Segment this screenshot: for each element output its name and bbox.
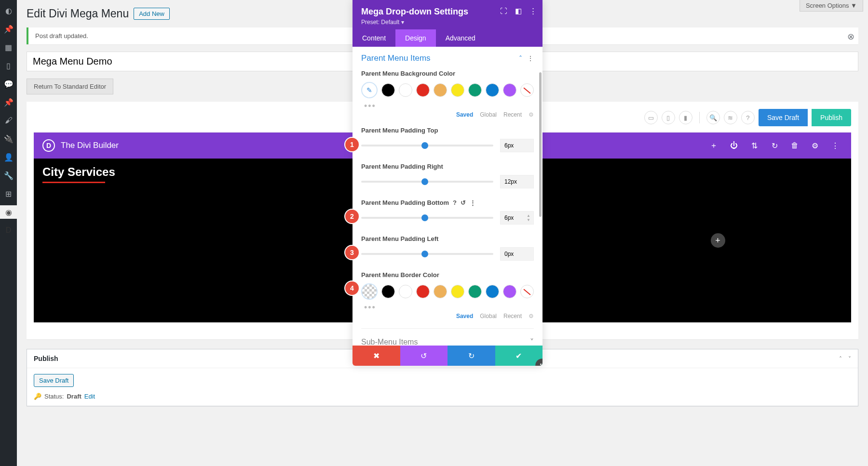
stepper-down-icon[interactable]: ▼	[527, 218, 532, 222]
power-icon[interactable]: ⏻	[727, 141, 741, 150]
zoom-icon[interactable]: 🔍	[706, 111, 720, 124]
swatch-green[interactable]	[468, 285, 482, 298]
swatch-purple[interactable]	[503, 285, 516, 298]
swatch-yellow[interactable]	[451, 285, 464, 298]
redo-button[interactable]: ↻	[448, 346, 495, 366]
history-icon[interactable]: ↻	[767, 141, 782, 150]
tools-icon[interactable]: 🔧	[0, 169, 17, 182]
chevron-up-icon[interactable]: ˄	[839, 356, 842, 362]
eyedropper-icon[interactable]: ✎	[361, 82, 378, 98]
more-vert-icon[interactable]: ⋮	[529, 7, 537, 15]
padding-right-slider[interactable]	[361, 181, 493, 183]
palette-gear-icon[interactable]: ⚙	[529, 313, 534, 320]
palette-saved[interactable]: Saved	[456, 313, 473, 320]
section-parent-menu-items[interactable]: Parent Menu Items ˄ ⋮	[361, 53, 534, 63]
divi-d-icon[interactable]: D	[0, 224, 17, 237]
trash-icon[interactable]: 🗑	[787, 141, 802, 150]
tablet-view-icon[interactable]: ▯	[662, 111, 675, 124]
tab-design[interactable]: Design	[395, 29, 436, 47]
swatch-blue[interactable]	[486, 83, 499, 97]
help-icon[interactable]: ?	[453, 199, 457, 206]
comments-icon[interactable]: 💬	[0, 77, 17, 91]
pages-icon[interactable]: ▯	[0, 59, 17, 72]
canvas-column-3[interactable]: +	[584, 159, 851, 322]
swatch-red[interactable]	[416, 83, 430, 97]
publish-button[interactable]: Publish	[812, 109, 851, 126]
swatch-white[interactable]	[399, 285, 412, 298]
dashboard-icon[interactable]: ◐	[0, 4, 17, 17]
palette-recent[interactable]: Recent	[503, 313, 522, 320]
swatch-yellow[interactable]	[451, 83, 464, 97]
add-section-icon[interactable]: ＋	[706, 141, 721, 151]
add-new-button[interactable]: Add New	[134, 8, 170, 20]
padding-left-value[interactable]: 0px	[500, 247, 534, 261]
stepper-up-icon[interactable]: ▲	[527, 213, 532, 218]
padding-right-value[interactable]: 12px	[500, 175, 534, 188]
swatch-orange[interactable]	[434, 83, 447, 97]
divi-icon[interactable]: ◉	[0, 205, 17, 219]
section-sub-menu-items[interactable]: Sub-Menu Items ˅	[361, 328, 534, 346]
settings-icon[interactable]: ⊞	[0, 187, 17, 200]
modal-preset[interactable]: Preset: Default ▾	[361, 19, 534, 26]
more-dots-icon[interactable]: •••	[361, 101, 534, 111]
padding-top-slider[interactable]	[361, 145, 493, 146]
swatch-transparent[interactable]	[361, 283, 378, 300]
padding-bottom-value[interactable]: 6px ▲▼	[500, 211, 534, 225]
palette-saved[interactable]: Saved	[456, 111, 473, 118]
palette-global[interactable]: Global	[480, 111, 497, 118]
plugins-icon[interactable]: 🔌	[0, 132, 17, 146]
modal-header[interactable]: Mega Drop-down Settings Preset: Default …	[353, 0, 542, 29]
padding-left-slider[interactable]	[361, 253, 493, 255]
snap-icon[interactable]: ◧	[515, 7, 522, 15]
swatch-reset-icon[interactable]	[520, 83, 534, 97]
scrollbar[interactable]	[539, 72, 542, 217]
more-icon[interactable]: ⋮	[828, 141, 842, 150]
padding-top-value[interactable]: 6px	[500, 139, 534, 152]
pin2-icon[interactable]: 📌	[0, 95, 17, 109]
swatch-green[interactable]	[468, 83, 482, 97]
swatch-blue[interactable]	[486, 285, 499, 298]
swatch-black[interactable]	[381, 83, 395, 97]
swatch-purple[interactable]	[503, 83, 516, 97]
tab-advanced[interactable]: Advanced	[436, 29, 485, 47]
canvas-column-1[interactable]: City Services	[34, 159, 318, 322]
undo-button[interactable]: ↺	[400, 346, 448, 366]
bg-color-label: Parent Menu Background Color	[361, 70, 534, 77]
status-edit-link[interactable]: Edit	[84, 393, 95, 400]
desktop-view-icon[interactable]: ▭	[644, 111, 658, 124]
swatch-red[interactable]	[416, 285, 430, 298]
tab-content[interactable]: Content	[353, 29, 395, 47]
add-module-icon[interactable]: +	[711, 233, 725, 248]
layers-icon[interactable]: ≋	[724, 111, 737, 124]
palette-recent[interactable]: Recent	[503, 111, 522, 118]
annotation-badge-3: 3	[345, 246, 359, 259]
palette-gear-icon[interactable]: ⚙	[529, 111, 534, 118]
chevron-down-icon[interactable]: ˅	[848, 356, 851, 362]
pin-icon[interactable]: 📌	[0, 22, 17, 36]
swatch-reset-icon[interactable]	[520, 285, 534, 298]
more-dots-icon[interactable]: •••	[361, 303, 534, 313]
section-more-icon[interactable]: ⋮	[527, 54, 534, 62]
save-draft-meta-button[interactable]: Save Draft	[34, 374, 74, 387]
cancel-button[interactable]: ✖	[353, 346, 400, 366]
chevron-up-icon[interactable]: ˄	[519, 54, 522, 62]
users-icon[interactable]: 👤	[0, 150, 17, 164]
sort-icon[interactable]: ⇅	[747, 141, 761, 150]
palette-global[interactable]: Global	[480, 313, 497, 320]
phone-view-icon[interactable]: ▮	[679, 111, 692, 124]
swatch-white[interactable]	[399, 83, 412, 97]
gear-icon[interactable]: ⚙	[808, 141, 822, 150]
help-icon[interactable]: ?	[741, 111, 755, 124]
appearance-icon[interactable]: 🖌	[0, 114, 17, 127]
expand-icon[interactable]: ⛶	[500, 7, 507, 15]
mega-dropdown-settings-modal: Mega Drop-down Settings Preset: Default …	[353, 0, 542, 366]
swatch-orange[interactable]	[434, 285, 447, 298]
media-icon[interactable]: ▦	[0, 40, 17, 54]
field-more-icon[interactable]: ⋮	[470, 199, 476, 206]
padding-bottom-slider[interactable]	[361, 217, 493, 219]
swatch-black[interactable]	[381, 285, 395, 298]
save-draft-button[interactable]: Save Draft	[759, 109, 808, 126]
reset-icon[interactable]: ↺	[461, 199, 466, 206]
notice-dismiss-icon[interactable]: ⊗	[847, 31, 854, 42]
return-standard-editor-button[interactable]: Return To Standard Editor	[27, 79, 113, 94]
